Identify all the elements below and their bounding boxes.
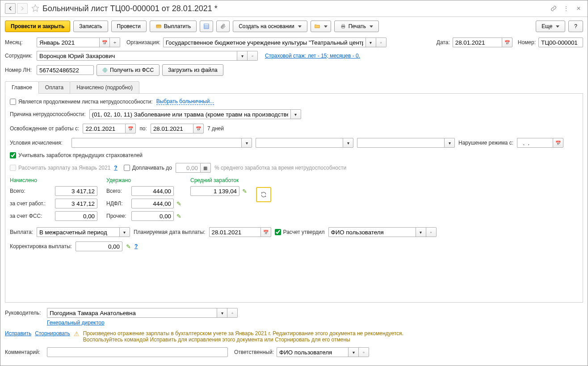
avg-earn-header: Средний заработок	[190, 177, 247, 183]
calc-approved-checkbox[interactable]: Расчет утвердил	[275, 229, 325, 235]
avg-earn-input[interactable]	[190, 186, 239, 196]
row-manager: Руководитель: ▾▫	[0, 306, 588, 320]
manager-drop-icon[interactable]: ▾	[217, 308, 227, 318]
responsible-drop-icon[interactable]: ▾	[348, 347, 359, 357]
favorite-icon[interactable]	[31, 4, 40, 13]
prev-insurers-checkbox[interactable]: Учитывать заработок предыдущих страховат…	[10, 152, 143, 158]
folder-button[interactable]	[311, 21, 331, 32]
recalc-help-icon[interactable]: ?	[114, 165, 117, 171]
payout-input[interactable]	[37, 227, 119, 237]
manager-open-icon[interactable]: ▫	[227, 308, 238, 318]
select-sick-link[interactable]: Выбрать больничный...	[156, 98, 214, 105]
conditions2-input[interactable]	[256, 138, 343, 148]
payout-drop-icon[interactable]: ▾	[119, 227, 130, 237]
toolbar: Провести и закрыть Записать Провести Вып…	[0, 17, 588, 36]
date-from-input[interactable]	[83, 124, 125, 133]
supplement-checkbox[interactable]: Доплачивать до	[124, 165, 172, 171]
fix-link[interactable]: Исправить	[5, 330, 31, 337]
load-file-button[interactable]: Загрузить из файла	[162, 64, 223, 76]
ndfl-edit-icon[interactable]: ✎	[176, 200, 181, 207]
other-edit-icon[interactable]: ✎	[176, 213, 181, 220]
link-icon[interactable]	[549, 4, 558, 13]
to-label: по:	[139, 125, 147, 132]
tab-payment[interactable]: Оплата	[38, 81, 70, 93]
employee-input[interactable]	[37, 51, 237, 61]
violation-date-input[interactable]	[517, 138, 553, 148]
correction-edit-icon[interactable]: ✎	[126, 243, 131, 250]
reason-input[interactable]	[89, 109, 290, 119]
window-header: Больничный лист ТЦ00-000001 от 28.01.202…	[0, 0, 588, 17]
svg-rect-1	[156, 25, 161, 26]
date-label: Дата:	[437, 39, 450, 46]
print-button[interactable]: Печать	[334, 21, 379, 32]
conditions-label: Условия исчисления:	[10, 140, 68, 146]
reason-drop-icon[interactable]: ▾	[290, 109, 301, 119]
get-fss-button[interactable]: Получить из ФСС	[97, 64, 160, 76]
comment-input[interactable]	[47, 347, 228, 357]
correction-input[interactable]	[76, 241, 122, 251]
date-cal-icon[interactable]: 📅	[502, 37, 512, 47]
create-based-button[interactable]: Создать на основании	[233, 21, 307, 32]
withheld-ndfl-input[interactable]	[131, 199, 174, 208]
manager-input[interactable]	[47, 308, 217, 318]
reverse-link[interactable]: Сторнировать	[35, 330, 70, 337]
month-input[interactable]	[37, 37, 99, 47]
withheld-total-input[interactable]	[131, 186, 174, 196]
date-from-cal-icon[interactable]: 📅	[125, 124, 136, 133]
experience-link[interactable]: Страховой стаж: лет - 15; месяцев - 0.	[265, 53, 360, 59]
date-input[interactable]	[453, 37, 502, 47]
cond1-drop-icon[interactable]: ▾	[241, 138, 252, 148]
supplement-hint: % среднего заработка за время нетрудоспо…	[214, 165, 346, 171]
more-icon[interactable]: ⋮	[562, 4, 571, 13]
avg-edit-icon[interactable]: ✎	[242, 188, 247, 195]
post-button[interactable]: Провести	[111, 21, 147, 32]
employee-open-icon[interactable]: ▫	[248, 51, 258, 61]
pay-button[interactable]: Выплатить	[150, 21, 197, 32]
date-to-cal-icon[interactable]: 📅	[193, 124, 204, 133]
org-input[interactable]	[163, 37, 365, 47]
month-spin-icon[interactable]: ÷	[110, 37, 120, 47]
withheld-other-input[interactable]	[131, 211, 174, 221]
date-to-input[interactable]	[151, 124, 193, 133]
layout-button[interactable]	[200, 21, 213, 32]
save-button[interactable]: Записать	[73, 21, 108, 32]
refresh-button[interactable]	[256, 187, 271, 202]
number-input[interactable]	[538, 37, 583, 47]
back-button[interactable]	[5, 3, 16, 14]
close-icon[interactable]: ✕	[574, 4, 583, 13]
help-button[interactable]: ?	[568, 21, 583, 32]
approver-drop-icon[interactable]: ▾	[416, 227, 426, 237]
forward-button[interactable]	[17, 3, 28, 14]
employee-drop-icon[interactable]: ▾	[237, 51, 248, 61]
tab-accrued[interactable]: Начислено (подробно)	[70, 81, 139, 93]
employee-label: Сотрудник:	[5, 53, 34, 59]
org-label: Организация:	[126, 39, 160, 46]
cond2-drop-icon[interactable]: ▾	[343, 138, 353, 148]
other-label: Прочее:	[106, 213, 129, 219]
approver-input[interactable]	[328, 227, 416, 237]
approver-open-icon[interactable]: ▫	[426, 227, 437, 237]
ln-input[interactable]	[37, 65, 94, 75]
post-close-button[interactable]: Провести и закрыть	[5, 21, 70, 32]
planned-date-input[interactable]	[209, 227, 260, 237]
manager-title-link[interactable]: Генеральный директор	[47, 320, 105, 326]
tab-main[interactable]: Главное	[5, 81, 39, 94]
conditions1-input[interactable]	[71, 138, 241, 148]
conditions3-input[interactable]	[357, 138, 444, 148]
accrued-employer-input[interactable]	[55, 199, 97, 208]
row-month-org: Месяц: 📅 ÷ Организация: ▾ ▫ Дата: 📅 Номе…	[0, 36, 588, 49]
accrued-fss-input[interactable]	[55, 211, 97, 221]
violation-cal-icon[interactable]: 📅	[553, 138, 563, 148]
org-drop-icon[interactable]: ▾	[365, 37, 376, 47]
attach-button[interactable]	[216, 21, 230, 32]
continuation-checkbox[interactable]: Является продолжением листка нетрудоспос…	[10, 99, 153, 105]
planned-cal-icon[interactable]: 📅	[260, 227, 271, 237]
more-button[interactable]: Еще	[536, 21, 565, 32]
month-cal-icon[interactable]: 📅	[99, 37, 110, 47]
accrued-total-input[interactable]	[55, 186, 97, 196]
responsible-open-icon[interactable]: ▫	[359, 347, 369, 357]
responsible-input[interactable]	[277, 347, 348, 357]
cond3-drop-icon[interactable]: ▾	[444, 138, 455, 148]
correction-help-icon[interactable]: ?	[134, 243, 138, 250]
org-open-icon[interactable]: ▫	[376, 37, 386, 47]
